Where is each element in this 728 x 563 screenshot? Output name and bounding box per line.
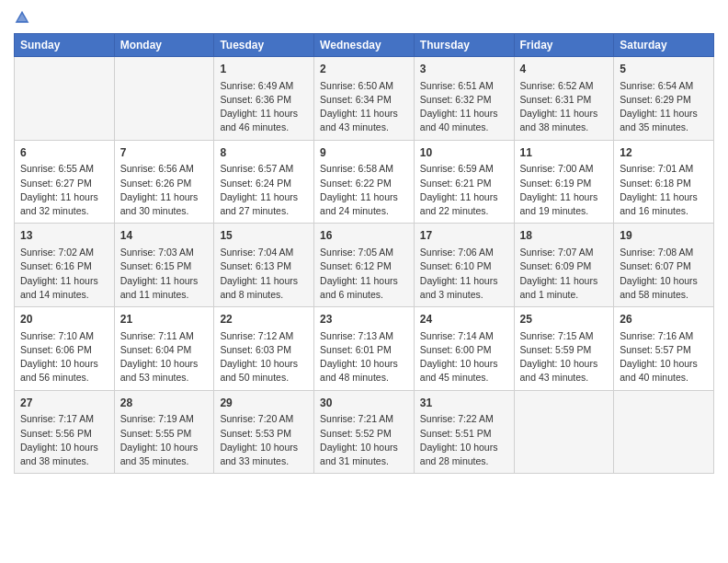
day-number: 24	[420, 312, 508, 327]
calendar-cell: 18Sunrise: 7:07 AMSunset: 6:09 PMDayligh…	[514, 224, 614, 307]
calendar-cell: 5Sunrise: 6:54 AMSunset: 6:29 PMDaylight…	[614, 57, 714, 141]
day-number: 2	[320, 62, 408, 77]
day-number: 21	[120, 312, 209, 327]
calendar-cell: 23Sunrise: 7:13 AMSunset: 6:01 PMDayligh…	[314, 307, 415, 391]
calendar-cell	[514, 390, 614, 474]
weekday-header-saturday: Saturday	[614, 34, 714, 57]
weekday-header-friday: Friday	[514, 34, 614, 57]
calendar-week-4: 20Sunrise: 7:10 AMSunset: 6:06 PMDayligh…	[15, 307, 714, 391]
calendar-cell: 19Sunrise: 7:08 AMSunset: 6:07 PMDayligh…	[614, 224, 714, 307]
day-number: 23	[320, 312, 408, 327]
calendar-cell: 15Sunrise: 7:04 AMSunset: 6:13 PMDayligh…	[214, 224, 314, 307]
weekday-header-tuesday: Tuesday	[214, 34, 314, 57]
day-info: Sunrise: 6:51 AMSunset: 6:32 PMDaylight:…	[420, 79, 508, 135]
logo	[14, 9, 34, 26]
day-info: Sunrise: 7:20 AMSunset: 5:53 PMDaylight:…	[220, 412, 308, 468]
day-info: Sunrise: 7:07 AMSunset: 6:09 PMDaylight:…	[520, 246, 609, 302]
weekday-header-thursday: Thursday	[414, 34, 514, 57]
day-info: Sunrise: 6:55 AMSunset: 6:27 PMDaylight:…	[20, 162, 108, 218]
day-number: 17	[420, 228, 508, 244]
day-number: 1	[220, 62, 308, 77]
calendar-cell: 24Sunrise: 7:14 AMSunset: 6:00 PMDayligh…	[414, 307, 514, 391]
day-info: Sunrise: 7:22 AMSunset: 5:51 PMDaylight:…	[420, 412, 508, 468]
calendar-cell	[15, 57, 115, 141]
calendar-week-2: 6Sunrise: 6:55 AMSunset: 6:27 PMDaylight…	[15, 140, 714, 224]
day-number: 7	[120, 145, 209, 161]
calendar-week-1: 1Sunrise: 6:49 AMSunset: 6:36 PMDaylight…	[15, 57, 714, 141]
day-info: Sunrise: 6:49 AMSunset: 6:36 PMDaylight:…	[220, 79, 308, 135]
calendar-cell: 14Sunrise: 7:03 AMSunset: 6:15 PMDayligh…	[114, 224, 214, 307]
day-number: 13	[20, 228, 108, 244]
calendar-cell: 26Sunrise: 7:16 AMSunset: 5:57 PMDayligh…	[614, 307, 714, 391]
day-info: Sunrise: 7:10 AMSunset: 6:06 PMDaylight:…	[20, 329, 108, 385]
page-header	[14, 9, 714, 26]
calendar-cell: 12Sunrise: 7:01 AMSunset: 6:18 PMDayligh…	[614, 140, 714, 224]
calendar-week-5: 27Sunrise: 7:17 AMSunset: 5:56 PMDayligh…	[15, 390, 714, 474]
calendar-cell: 6Sunrise: 6:55 AMSunset: 6:27 PMDaylight…	[15, 140, 115, 224]
calendar-cell: 31Sunrise: 7:22 AMSunset: 5:51 PMDayligh…	[414, 390, 514, 474]
day-info: Sunrise: 7:08 AMSunset: 6:07 PMDaylight:…	[620, 246, 708, 302]
calendar-cell: 10Sunrise: 6:59 AMSunset: 6:21 PMDayligh…	[414, 140, 514, 224]
calendar-cell: 25Sunrise: 7:15 AMSunset: 5:59 PMDayligh…	[514, 307, 614, 391]
day-number: 26	[620, 312, 708, 327]
day-info: Sunrise: 7:13 AMSunset: 6:01 PMDaylight:…	[320, 329, 408, 385]
day-info: Sunrise: 7:01 AMSunset: 6:18 PMDaylight:…	[620, 162, 708, 218]
day-number: 14	[120, 228, 209, 244]
day-number: 25	[520, 312, 609, 327]
day-info: Sunrise: 6:52 AMSunset: 6:31 PMDaylight:…	[520, 79, 609, 135]
calendar-cell: 4Sunrise: 6:52 AMSunset: 6:31 PMDaylight…	[514, 57, 614, 141]
day-info: Sunrise: 7:00 AMSunset: 6:19 PMDaylight:…	[520, 162, 609, 218]
calendar-header: SundayMondayTuesdayWednesdayThursdayFrid…	[15, 34, 714, 57]
calendar-cell: 16Sunrise: 7:05 AMSunset: 6:12 PMDayligh…	[314, 224, 415, 307]
day-number: 8	[220, 145, 308, 161]
calendar-cell	[614, 390, 714, 474]
day-number: 30	[320, 396, 408, 411]
day-info: Sunrise: 6:57 AMSunset: 6:24 PMDaylight:…	[220, 162, 308, 218]
day-number: 18	[520, 228, 609, 244]
day-number: 31	[420, 396, 508, 411]
day-info: Sunrise: 7:11 AMSunset: 6:04 PMDaylight:…	[120, 329, 209, 385]
day-number: 6	[20, 145, 108, 161]
calendar-cell: 30Sunrise: 7:21 AMSunset: 5:52 PMDayligh…	[314, 390, 415, 474]
day-info: Sunrise: 6:58 AMSunset: 6:22 PMDaylight:…	[320, 162, 408, 218]
day-info: Sunrise: 7:19 AMSunset: 5:55 PMDaylight:…	[120, 412, 209, 468]
calendar-table: SundayMondayTuesdayWednesdayThursdayFrid…	[14, 33, 714, 474]
calendar-cell: 2Sunrise: 6:50 AMSunset: 6:34 PMDaylight…	[314, 57, 415, 141]
calendar-cell: 3Sunrise: 6:51 AMSunset: 6:32 PMDaylight…	[414, 57, 514, 141]
weekday-header-sunday: Sunday	[15, 34, 115, 57]
calendar-cell: 21Sunrise: 7:11 AMSunset: 6:04 PMDayligh…	[114, 307, 214, 391]
day-info: Sunrise: 7:03 AMSunset: 6:15 PMDaylight:…	[120, 246, 209, 302]
calendar-cell: 17Sunrise: 7:06 AMSunset: 6:10 PMDayligh…	[414, 224, 514, 307]
day-number: 22	[220, 312, 308, 327]
day-info: Sunrise: 7:02 AMSunset: 6:16 PMDaylight:…	[20, 246, 108, 302]
day-number: 3	[420, 62, 508, 77]
day-info: Sunrise: 6:59 AMSunset: 6:21 PMDaylight:…	[420, 162, 508, 218]
day-info: Sunrise: 7:21 AMSunset: 5:52 PMDaylight:…	[320, 412, 408, 468]
day-number: 29	[220, 396, 308, 411]
calendar-cell	[114, 57, 214, 141]
weekday-header-monday: Monday	[114, 34, 214, 57]
day-info: Sunrise: 7:06 AMSunset: 6:10 PMDaylight:…	[420, 246, 508, 302]
day-number: 11	[520, 145, 609, 161]
day-info: Sunrise: 7:04 AMSunset: 6:13 PMDaylight:…	[220, 246, 308, 302]
day-number: 15	[220, 228, 308, 244]
day-number: 27	[20, 396, 108, 411]
calendar-cell: 27Sunrise: 7:17 AMSunset: 5:56 PMDayligh…	[15, 390, 115, 474]
day-info: Sunrise: 6:54 AMSunset: 6:29 PMDaylight:…	[620, 79, 708, 135]
day-info: Sunrise: 7:12 AMSunset: 6:03 PMDaylight:…	[220, 329, 308, 385]
day-info: Sunrise: 6:56 AMSunset: 6:26 PMDaylight:…	[120, 162, 209, 218]
day-number: 19	[620, 228, 708, 244]
day-number: 12	[620, 145, 708, 161]
calendar-cell: 22Sunrise: 7:12 AMSunset: 6:03 PMDayligh…	[214, 307, 314, 391]
calendar-week-3: 13Sunrise: 7:02 AMSunset: 6:16 PMDayligh…	[15, 224, 714, 307]
day-number: 20	[20, 312, 108, 327]
weekday-header-wednesday: Wednesday	[314, 34, 415, 57]
day-info: Sunrise: 7:16 AMSunset: 5:57 PMDaylight:…	[620, 329, 708, 385]
day-info: Sunrise: 7:05 AMSunset: 6:12 PMDaylight:…	[320, 246, 408, 302]
day-info: Sunrise: 7:14 AMSunset: 6:00 PMDaylight:…	[420, 329, 508, 385]
day-info: Sunrise: 7:17 AMSunset: 5:56 PMDaylight:…	[20, 412, 108, 468]
calendar-cell: 7Sunrise: 6:56 AMSunset: 6:26 PMDaylight…	[114, 140, 214, 224]
day-info: Sunrise: 6:50 AMSunset: 6:34 PMDaylight:…	[320, 79, 408, 135]
day-info: Sunrise: 7:15 AMSunset: 5:59 PMDaylight:…	[520, 329, 609, 385]
day-number: 28	[120, 396, 209, 411]
